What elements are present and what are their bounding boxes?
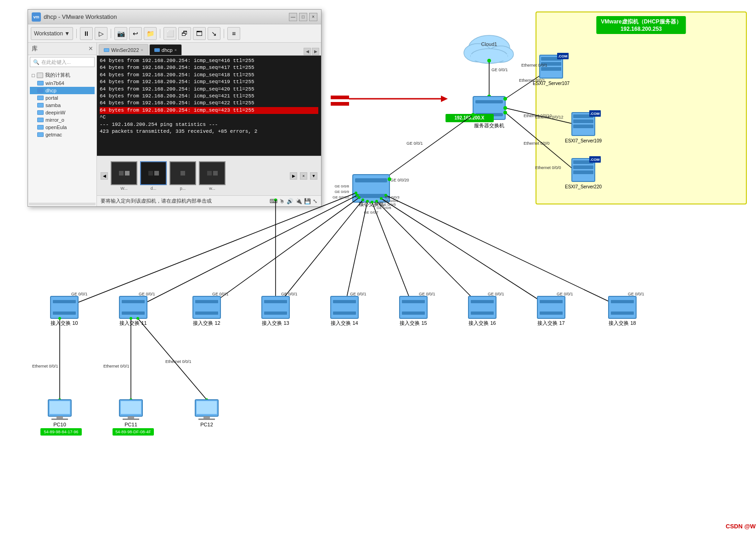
pause-button[interactable]: ⏸ (80, 27, 93, 40)
svg-point-71 (361, 198, 364, 201)
vmware-server-label: VMware虚拟机（DHCP服务器） 192.168.200.253 (596, 16, 686, 34)
fullscreen-button[interactable]: ⬜ (164, 27, 176, 40)
svg-rect-145 (540, 300, 563, 303)
tab-close[interactable]: × (141, 48, 143, 52)
tree-item-openeula[interactable]: openEula (30, 124, 95, 131)
thumbnail-w2[interactable]: w... (199, 161, 226, 191)
thumbnail-close-button[interactable]: × (300, 172, 307, 180)
manage-button[interactable]: 📁 (144, 27, 157, 40)
terminal-footer-1: ^C (100, 114, 318, 121)
svg-rect-149 (609, 296, 636, 318)
dropdown-arrow: ▼ (64, 30, 70, 37)
tab-winser2022[interactable]: WinSer2022 × (99, 44, 148, 55)
workstation-menu[interactable]: Workstation ▼ (31, 27, 73, 40)
svg-text:GE 0/0/4: GE 0/0/4 (384, 199, 398, 203)
vmware-window[interactable]: vm dhcp - VMware Workstation — □ × Works… (28, 9, 322, 207)
vm-icon (37, 125, 44, 130)
thumbnail-expand-button[interactable]: ▼ (310, 172, 317, 180)
vm-icon (37, 103, 44, 108)
svg-text:GE 0/0/1: GE 0/0/1 (350, 292, 367, 296)
view-button[interactable]: 🗔 (193, 27, 206, 40)
tree-item-samba[interactable]: samba (30, 102, 95, 109)
svg-text:核心交换机: 核心交换机 (358, 201, 384, 207)
sidebar-close-button[interactable]: × (89, 45, 93, 53)
tree-item-getmac[interactable]: getmac (30, 131, 95, 138)
tree-item-mirror[interactable]: mirror_o (30, 116, 95, 124)
unity-button[interactable]: 🗗 (178, 27, 191, 40)
svg-point-68 (358, 196, 361, 199)
svg-text:接入交换 15: 接入交换 15 (400, 320, 427, 326)
access-switch-17: 接入交换 17 GE 0/0/1 (537, 292, 573, 326)
svg-line-115 (138, 318, 207, 400)
svg-rect-131 (333, 311, 356, 315)
tree-item-deepinw[interactable]: deepinW (30, 109, 95, 116)
svg-line-70 (276, 200, 363, 308)
thumbnail-w[interactable]: W... (111, 161, 137, 191)
vm-tab-icon (104, 48, 109, 52)
watermark-text: CSDN @WF文丰 (726, 523, 756, 530)
tab-close[interactable]: × (175, 48, 177, 52)
svg-text:Ethernet 0/0/1: Ethernet 0/0/1 (165, 359, 192, 364)
tree-root-label: 我的计算机 (45, 72, 70, 79)
tab-next-button[interactable]: ▶ (312, 48, 319, 55)
thumbnail-d[interactable]: d... (140, 161, 167, 191)
tab-dhcp[interactable]: dhcp × (149, 44, 182, 55)
svg-text:PC11: PC11 (124, 422, 137, 427)
title-bar: vm dhcp - VMware Workstation — □ × (28, 10, 321, 24)
search-box[interactable]: 🔍 在此处键入... (30, 57, 95, 67)
thumbnail-p[interactable]: p... (169, 161, 196, 191)
svg-rect-156 (56, 416, 63, 419)
svg-point-65 (356, 194, 359, 197)
svg-text:192.168.200.X: 192.168.200.X (454, 115, 484, 120)
vm-tab-icon (154, 48, 160, 52)
svg-marker-176 (441, 96, 448, 102)
revert-button[interactable]: ↩ (129, 27, 142, 40)
svg-rect-163 (128, 416, 134, 419)
thumb-prev-button[interactable]: ◀ (101, 172, 108, 180)
thumb-next-button[interactable]: ▶ (290, 172, 297, 180)
window-controls[interactable]: — □ × (289, 13, 317, 21)
tab-label: dhcp (162, 47, 173, 53)
svg-rect-121 (195, 311, 218, 315)
svg-rect-57 (355, 194, 387, 198)
svg-point-79 (412, 306, 415, 309)
svg-text:Ethernet 0/0/1: Ethernet 0/0/1 (32, 364, 58, 368)
tree-item-win7b64[interactable]: win7b64 (30, 79, 95, 87)
svg-rect-169 (197, 401, 217, 414)
svg-text:GE 0/0/8: GE 0/0/8 (334, 184, 349, 188)
settings-button[interactable]: ≡ (227, 27, 240, 40)
access-switch-12: 接入交换 12 GE 0/0/1 (193, 292, 229, 326)
vm-label: openEula (45, 125, 67, 130)
svg-rect-166 (113, 428, 154, 436)
svg-point-63 (63, 306, 66, 309)
close-button[interactable]: × (309, 13, 317, 21)
thumbnail-bar: ◀ W... (97, 156, 321, 195)
svg-point-16 (503, 97, 507, 101)
maximize-button[interactable]: □ (299, 13, 307, 21)
access-switch-14: 接入交换 14 GE 0/0/1 (331, 292, 367, 326)
yellow-box: VMware虚拟机（DHCP服务器） 192.168.200.253 (536, 11, 747, 204)
svg-point-113 (130, 398, 132, 401)
resume-button[interactable]: ▷ (95, 27, 107, 40)
status-icons: ⌨ 🖱 🔊 🔌 💾 ⤡ (270, 198, 317, 204)
resize-icon: ⤡ (313, 198, 317, 204)
tree-root[interactable]: □ 我的计算机 (30, 71, 95, 79)
svg-rect-154 (48, 400, 71, 416)
terminal-area[interactable]: 64 bytes from 192.168.200.254: icmp_seq=… (97, 56, 321, 156)
svg-rect-170 (203, 416, 210, 419)
vm-icon (37, 88, 44, 93)
minimize-button[interactable]: — (289, 13, 297, 21)
access-switch-15: 接入交换 15 GE 0/0/1 (400, 292, 435, 326)
zoom-button[interactable]: ↘ (208, 27, 220, 40)
svg-point-20 (503, 106, 507, 110)
svg-rect-159 (40, 428, 82, 436)
tab-prev-button[interactable]: ◀ (304, 48, 311, 55)
thumb-preview-p (169, 161, 196, 185)
svg-point-8 (487, 95, 491, 98)
snapshot-button[interactable]: 📷 (114, 27, 127, 40)
tree-item-portal[interactable]: portal (30, 94, 95, 102)
svg-rect-173 (331, 96, 349, 99)
svg-text:接入交换 13: 接入交换 13 (262, 320, 289, 326)
tree-item-dhcp[interactable]: dhcp (30, 87, 95, 94)
sound-icon: 🔊 (287, 198, 293, 204)
